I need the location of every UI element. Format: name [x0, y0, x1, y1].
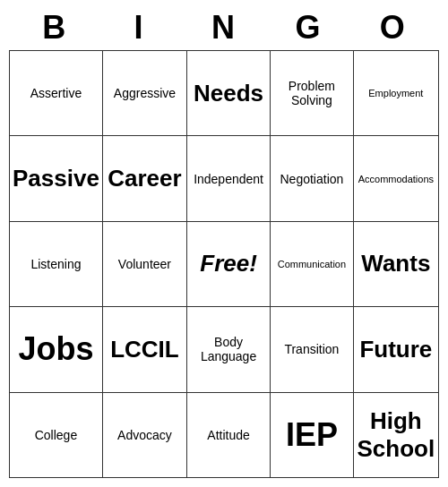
- bingo-cell-2-1: Volunteer: [102, 221, 186, 306]
- title-n: N: [182, 9, 266, 47]
- bingo-cell-0-3: Problem Solving: [271, 51, 354, 136]
- title-b: B: [13, 9, 97, 47]
- bingo-cell-0-1: Aggressive: [102, 51, 186, 136]
- bingo-cell-3-1: LCCIL: [102, 307, 186, 392]
- title-i: I: [97, 9, 181, 47]
- bingo-cell-3-2: Body Language: [187, 307, 271, 392]
- bingo-cell-0-2: Needs: [187, 51, 271, 136]
- title-o: O: [351, 9, 435, 47]
- bingo-cell-2-3: Communication: [271, 221, 354, 306]
- bingo-cell-1-1: Career: [102, 136, 186, 221]
- bingo-cell-0-0: Assertive: [10, 51, 103, 136]
- bingo-cell-3-0: Jobs: [10, 307, 103, 392]
- bingo-cell-0-4: Employment: [353, 51, 438, 136]
- bingo-cell-4-0: College: [10, 392, 103, 477]
- bingo-cell-1-0: Passive: [10, 136, 103, 221]
- bingo-cell-4-1: Advocacy: [102, 392, 186, 477]
- bingo-cell-1-3: Negotiation: [271, 136, 354, 221]
- title-g: G: [266, 9, 350, 47]
- bingo-cell-4-2: Attitude: [187, 392, 271, 477]
- bingo-cell-2-0: Listening: [10, 221, 103, 306]
- bingo-cell-1-4: Accommodations: [353, 136, 438, 221]
- bingo-cell-4-4: High School: [353, 392, 438, 477]
- bingo-grid: AssertiveAggressiveNeedsProblem SolvingE…: [9, 50, 439, 478]
- bingo-cell-1-2: Independent: [187, 136, 271, 221]
- bingo-cell-3-4: Future: [353, 307, 438, 392]
- bingo-title: B I N G O: [9, 9, 439, 47]
- bingo-cell-3-3: Transition: [271, 307, 354, 392]
- bingo-cell-2-2: Free!: [187, 221, 271, 306]
- bingo-cell-2-4: Wants: [353, 221, 438, 306]
- bingo-cell-4-3: IEP: [271, 392, 354, 477]
